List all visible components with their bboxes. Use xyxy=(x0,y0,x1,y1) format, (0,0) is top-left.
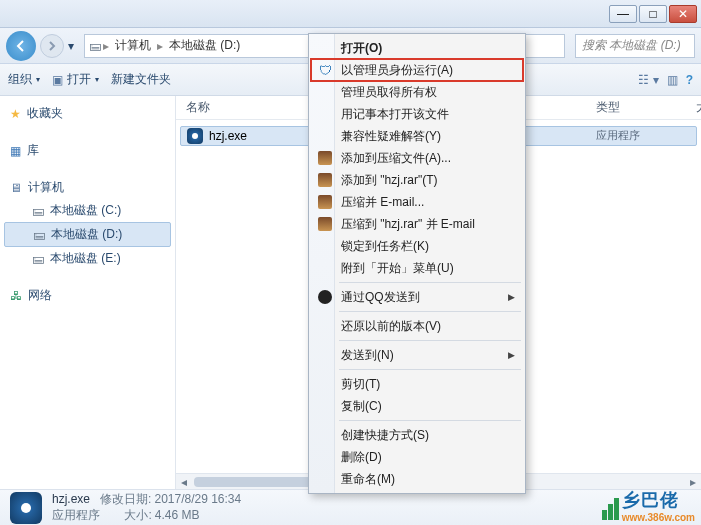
ctx-label: 压缩到 "hzj.rar" 并 E-mail xyxy=(341,216,475,233)
watermark-text: 乡巴佬 xyxy=(622,488,679,512)
organize-label: 组织 xyxy=(8,71,32,88)
breadcrumb-sep-icon: ▸ xyxy=(155,39,165,53)
details-filename: hzj.exe xyxy=(52,492,90,506)
network-icon: 🖧 xyxy=(10,289,22,303)
back-button[interactable] xyxy=(6,31,36,61)
ctx-label: 发送到(N) xyxy=(341,347,394,364)
watermark-bars-icon xyxy=(602,498,620,523)
ctx-send-qq[interactable]: 通过QQ发送到▶ xyxy=(311,286,523,308)
sidebar-item-label: 收藏夹 xyxy=(27,105,63,122)
rar-icon xyxy=(317,216,333,232)
ctx-separator xyxy=(339,340,521,341)
size-label: 大小: xyxy=(124,508,151,522)
sidebar-network[interactable]: 🖧网络 xyxy=(0,284,175,307)
qq-icon xyxy=(317,289,333,305)
breadcrumb-seg-computer[interactable]: 计算机 xyxy=(111,37,155,54)
sidebar-item-label: 计算机 xyxy=(28,179,64,196)
close-icon: ✕ xyxy=(678,7,688,21)
caret-down-icon: ▾ xyxy=(95,75,99,84)
scroll-thumb[interactable] xyxy=(194,477,314,487)
ctx-label: 添加到 "hzj.rar"(T) xyxy=(341,172,438,189)
view-options-icon[interactable]: ☷ ▾ xyxy=(638,73,658,87)
close-button[interactable]: ✕ xyxy=(669,5,697,23)
col-size[interactable]: 大 xyxy=(686,99,701,116)
ctx-add-archive[interactable]: 添加到压缩文件(A)... xyxy=(311,147,523,169)
sidebar-computer[interactable]: 🖥计算机 xyxy=(0,176,175,199)
file-name: hzj.exe xyxy=(209,129,247,143)
drive-icon: 🖴 xyxy=(89,39,101,53)
details-meta: hzj.exe 修改日期: 2017/8/29 16:34 应用程序 大小: 4… xyxy=(52,492,241,523)
caret-down-icon: ▾ xyxy=(36,75,40,84)
ctx-open[interactable]: 打开(O) xyxy=(311,37,523,59)
drive-icon: 🖴 xyxy=(32,204,44,218)
ctx-send-to[interactable]: 发送到(N)▶ xyxy=(311,344,523,366)
ctx-restore-prev[interactable]: 还原以前的版本(V) xyxy=(311,315,523,337)
scroll-left-icon[interactable]: ◂ xyxy=(176,475,192,489)
col-name[interactable]: 名称 xyxy=(176,99,316,116)
drive-icon: 🖴 xyxy=(33,228,45,242)
rar-icon xyxy=(317,194,333,210)
exe-icon xyxy=(187,128,203,144)
details-apptype: 应用程序 xyxy=(52,508,100,522)
ctx-pin-start[interactable]: 附到「开始」菜单(U) xyxy=(311,257,523,279)
titlebar: — □ ✕ xyxy=(0,0,701,28)
ctx-label: 添加到压缩文件(A)... xyxy=(341,150,451,167)
ctx-add-rar[interactable]: 添加到 "hzj.rar"(T) xyxy=(311,169,523,191)
nav-pane: ★收藏夹 ▦库 🖥计算机 🖴本地磁盘 (C:) 🖴本地磁盘 (D:) 🖴本地磁盘… xyxy=(0,96,176,489)
computer-icon: 🖥 xyxy=(10,181,22,195)
forward-button[interactable] xyxy=(40,34,64,58)
sidebar-drive-c[interactable]: 🖴本地磁盘 (C:) xyxy=(0,199,175,222)
help-icon[interactable]: ? xyxy=(686,73,693,87)
star-icon: ★ xyxy=(10,107,21,121)
watermark-url: www.386w.com xyxy=(622,512,695,523)
watermark: 乡巴佬 www.386w.com xyxy=(602,488,695,523)
history-dropdown-icon[interactable]: ▾ xyxy=(68,39,74,53)
maximize-button[interactable]: □ xyxy=(639,5,667,23)
search-input[interactable]: 搜索 本地磁盘 (D:) xyxy=(575,34,695,58)
open-button[interactable]: ▣ 打开 ▾ xyxy=(52,71,99,88)
open-label: 打开 xyxy=(67,71,91,88)
minimize-button[interactable]: — xyxy=(609,5,637,23)
col-type[interactable]: 类型 xyxy=(586,99,701,116)
size-value: 4.46 MB xyxy=(155,508,200,522)
arrow-left-icon xyxy=(14,39,28,53)
rar-icon xyxy=(317,172,333,188)
open-icon: ▣ xyxy=(52,73,63,87)
chevron-right-icon: ▶ xyxy=(508,292,515,302)
breadcrumb-sep-icon: ▸ xyxy=(101,39,111,53)
sidebar-item-label: 本地磁盘 (E:) xyxy=(50,250,121,267)
sidebar-favorites[interactable]: ★收藏夹 xyxy=(0,102,175,125)
ctx-cut[interactable]: 剪切(T) xyxy=(311,373,523,395)
ctx-compat-troubleshoot[interactable]: 兼容性疑难解答(Y) xyxy=(311,125,523,147)
shield-icon: 🛡 xyxy=(317,62,333,78)
scroll-right-icon[interactable]: ▸ xyxy=(685,475,701,489)
ctx-copy[interactable]: 复制(C) xyxy=(311,395,523,417)
ctx-open-notepad[interactable]: 用记事本打开该文件 xyxy=(311,103,523,125)
sidebar-drive-e[interactable]: 🖴本地磁盘 (E:) xyxy=(0,247,175,270)
chevron-right-icon: ▶ xyxy=(508,350,515,360)
maximize-icon: □ xyxy=(649,7,656,21)
libraries-icon: ▦ xyxy=(10,144,21,158)
ctx-pin-taskbar[interactable]: 锁定到任务栏(K) xyxy=(311,235,523,257)
ctx-separator xyxy=(339,311,521,312)
new-folder-button[interactable]: 新建文件夹 xyxy=(111,71,171,88)
ctx-take-ownership[interactable]: 管理员取得所有权 xyxy=(311,81,523,103)
mod-value: 2017/8/29 16:34 xyxy=(154,492,241,506)
sidebar-item-label: 本地磁盘 (D:) xyxy=(51,226,122,243)
context-menu: 打开(O) 🛡以管理员身份运行(A) 管理员取得所有权 用记事本打开该文件 兼容… xyxy=(308,33,526,494)
sidebar-item-label: 库 xyxy=(27,142,39,159)
ctx-zip-email[interactable]: 压缩并 E-mail... xyxy=(311,191,523,213)
preview-pane-icon[interactable]: ▥ xyxy=(667,73,678,87)
sidebar-drive-d[interactable]: 🖴本地磁盘 (D:) xyxy=(4,222,171,247)
ctx-delete[interactable]: 删除(D) xyxy=(311,446,523,468)
sidebar-libraries[interactable]: ▦库 xyxy=(0,139,175,162)
ctx-rename[interactable]: 重命名(M) xyxy=(311,468,523,490)
ctx-zip-rar-email[interactable]: 压缩到 "hzj.rar" 并 E-mail xyxy=(311,213,523,235)
ctx-run-as-admin[interactable]: 🛡以管理员身份运行(A) xyxy=(311,59,523,81)
breadcrumb-seg-drive[interactable]: 本地磁盘 (D:) xyxy=(165,37,244,54)
sidebar-item-label: 网络 xyxy=(28,287,52,304)
ctx-create-shortcut[interactable]: 创建快捷方式(S) xyxy=(311,424,523,446)
file-type-cell: 应用程序 xyxy=(586,126,650,145)
ctx-label: 以管理员身份运行(A) xyxy=(341,62,453,79)
organize-button[interactable]: 组织 ▾ xyxy=(8,71,40,88)
